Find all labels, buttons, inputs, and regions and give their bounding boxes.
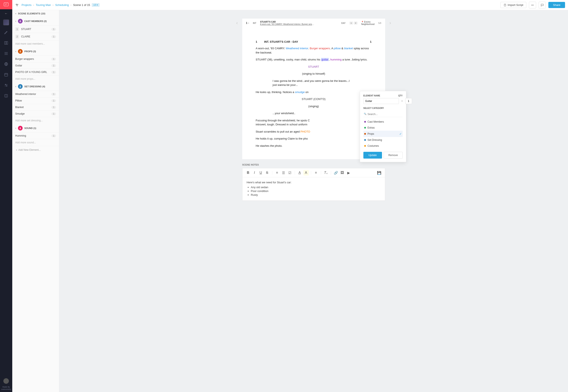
version-dropdown[interactable]: v3 ▾ <box>92 3 99 7</box>
pencil-icon[interactable] <box>4 30 8 35</box>
topbar: Projects › Touring Man › Scheduling › Sc… <box>12 0 568 10</box>
scene-header: ‹ 1 ▾ INT STUART'S CAR A worn-out, '93 C… <box>242 19 385 28</box>
crumb-scheduling[interactable]: Scheduling <box>55 3 69 7</box>
highlight-icon[interactable]: A <box>303 170 309 175</box>
svg-point-13 <box>532 5 533 5</box>
group-header[interactable]: ▾PROPS (3) <box>12 47 59 56</box>
app-icon[interactable] <box>15 3 19 7</box>
next-scene-icon[interactable]: › <box>389 20 391 26</box>
align-icon[interactable]: ≡ <box>313 170 319 175</box>
clear-name-icon[interactable]: ✕ <box>400 98 404 104</box>
qty-label: QTY <box>398 95 403 97</box>
slug-line: INT. STUART'S CAR - DAY <box>264 40 298 43</box>
group-header[interactable]: ▾SOUND (1) <box>12 124 59 132</box>
save-icon[interactable]: 💾 <box>376 170 382 175</box>
back-arrow-icon[interactable]: ← <box>4 9 8 18</box>
image-icon[interactable]: 🖼 <box>339 170 345 175</box>
category-item[interactable]: Cast Members <box>363 119 403 125</box>
selected-element[interactable]: guitar <box>321 58 329 61</box>
add-more[interactable]: Add more set dressing... <box>12 117 59 124</box>
chat-icon[interactable] <box>539 2 546 8</box>
svg-point-9 <box>17 4 18 5</box>
svg-rect-0 <box>4 3 8 6</box>
underline-icon[interactable]: U <box>258 170 263 175</box>
italic-icon[interactable]: I <box>252 170 257 175</box>
category-item[interactable]: Extras <box>363 125 403 131</box>
calendar-icon[interactable] <box>4 72 8 77</box>
remove-button[interactable]: Remove <box>384 152 403 159</box>
element-row[interactable]: Guitar1 <box>12 62 59 69</box>
scene-subtitle[interactable]: A worn-out, '93 CAMRY. Weathered interio… <box>260 23 315 25</box>
element-row[interactable]: Pillow1 <box>12 97 59 104</box>
svg-rect-4 <box>5 73 8 76</box>
add-new-element[interactable]: ＋ Add New Element... <box>12 146 59 154</box>
board-icon[interactable] <box>4 41 8 45</box>
user-avatar[interactable] <box>3 378 9 384</box>
strike-icon[interactable]: S <box>264 170 270 175</box>
category-search-input[interactable] <box>363 112 403 117</box>
action-1: A worn-out, '93 CAMRY. Weathered interio… <box>256 46 372 55</box>
svg-point-14 <box>533 5 534 5</box>
ball-icon[interactable] <box>4 62 8 66</box>
category-list: Cast MembersExtrasProps✓Set DressingCost… <box>363 119 403 149</box>
ordered-list-icon[interactable]: ≡ <box>274 170 280 175</box>
link-icon[interactable]: 🔗 <box>333 170 339 175</box>
element-name-input[interactable] <box>363 98 399 104</box>
crumb-projects[interactable]: Projects <box>22 3 31 7</box>
element-row[interactable]: Smudge1 <box>12 110 59 117</box>
scene-elements-heading[interactable]: ▾ SCENE ELEMENTS (10) <box>12 10 59 17</box>
slug-num-left: 1 <box>256 40 264 43</box>
category-item[interactable]: Set Dressing <box>363 137 403 143</box>
action-3: He looks up, thinking. Notices a smudge … <box>256 90 372 94</box>
add-more[interactable]: Add more cast members... <box>12 40 59 47</box>
video-icon[interactable]: ▶ <box>346 170 351 175</box>
svg-rect-1 <box>5 42 6 44</box>
bold-icon[interactable]: B <box>245 170 251 175</box>
more-icon[interactable] <box>529 2 536 8</box>
svg-point-16 <box>20 51 21 51</box>
group-header[interactable]: ▾CAST MEMBERS (2) <box>12 17 59 25</box>
element-row[interactable]: Burger wrappers1 <box>12 56 59 62</box>
crumb-current: Scene 1 of 15 <box>73 3 90 7</box>
parenthetical: (singing to himself) <box>256 72 372 76</box>
group-header[interactable]: ▾SET DRESSING (4) <box>12 82 59 91</box>
notes-body[interactable]: Here's what we need for Stuart's car: An… <box>242 177 385 200</box>
sliders-icon[interactable] <box>4 83 8 87</box>
element-row[interactable]: Blanket1 <box>12 104 59 110</box>
chevron-down-icon: ▾ <box>15 13 16 15</box>
day-label: DAY <box>341 22 346 24</box>
qty-input[interactable] <box>405 98 412 104</box>
svg-point-10 <box>17 5 17 6</box>
prev-scene-icon[interactable]: ‹ <box>236 20 238 26</box>
list-icon[interactable] <box>4 51 8 56</box>
page-fraction: 5/8 <box>378 22 381 24</box>
project-avatar[interactable] <box>3 19 9 25</box>
character-cue-2: STUART (CONT'D) <box>256 97 372 101</box>
element-row[interactable]: Humming1 <box>12 132 59 139</box>
category-item[interactable]: Props✓ <box>363 131 403 137</box>
text-color-icon[interactable]: A <box>297 170 303 175</box>
script-page: 1 INT. STUART'S CAR - DAY 1 A worn-out, … <box>242 28 385 159</box>
checklist-icon[interactable]: ☑ <box>287 170 292 175</box>
element-row[interactable]: PHOTO OF A YOUNG GIRL1 <box>12 69 59 75</box>
content-area: ‹ 1 ▾ INT STUART'S CAR A worn-out, '93 C… <box>59 10 568 392</box>
element-row[interactable]: 2CLAIRE1 <box>12 33 59 40</box>
svg-point-12 <box>531 5 532 5</box>
import-script-button[interactable]: Import Script <box>500 2 526 8</box>
brand-logo[interactable] <box>0 0 12 9</box>
add-more[interactable]: Add more sound... <box>12 139 59 146</box>
element-row[interactable]: 1STUART1 <box>12 25 59 33</box>
scene-number-dropdown[interactable]: 1 ▾ <box>246 22 249 25</box>
share-button[interactable]: Share <box>548 2 565 8</box>
add-more[interactable]: Add more props... <box>12 75 59 82</box>
scene-title: STUART'S CAR <box>260 21 315 23</box>
book-icon[interactable] <box>4 93 8 98</box>
category-item[interactable]: Costumes <box>363 143 403 149</box>
clear-format-icon[interactable]: Tₓ <box>323 170 329 175</box>
action-6: He holds it up, comparing Claire to the … <box>256 137 372 141</box>
update-button[interactable]: Update <box>363 152 382 159</box>
crumb-project[interactable]: Touring Man <box>36 3 51 7</box>
element-row[interactable]: Weathered interior1 <box>12 91 59 97</box>
location: Encino Neighborhood <box>361 21 374 25</box>
unordered-list-icon[interactable]: ☰ <box>281 170 286 175</box>
